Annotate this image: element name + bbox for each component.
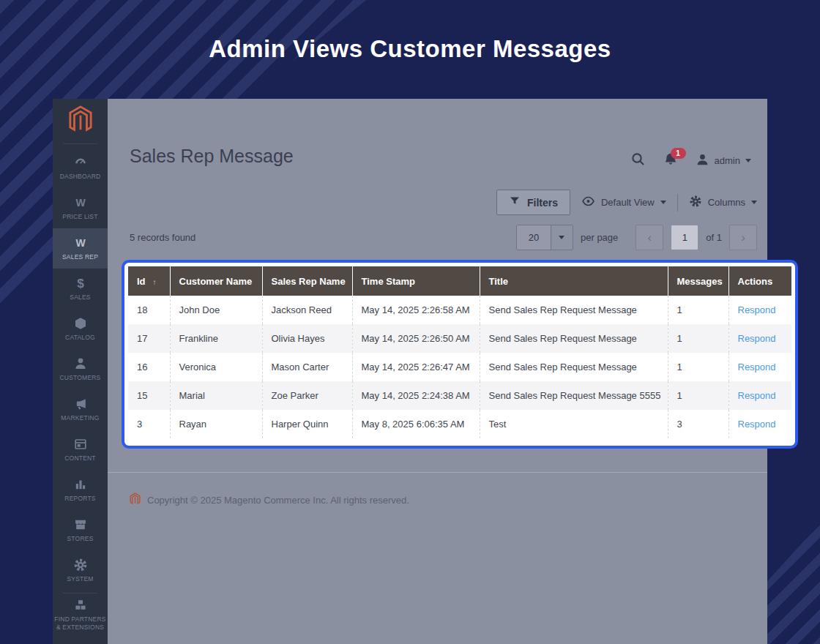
column-header-id[interactable]: Id↑	[128, 266, 170, 296]
cell-action: Respond	[728, 410, 791, 438]
notification-badge: 1	[671, 148, 686, 159]
header-actions: 1 admin	[630, 151, 751, 170]
columns-dropdown[interactable]: Columns	[689, 195, 757, 210]
user-avatar-icon	[696, 153, 709, 169]
respond-link[interactable]: Respond	[738, 390, 776, 401]
sidebar-item-dashboard[interactable]: DASHBOARD	[53, 148, 108, 188]
sidebar-item-content[interactable]: CONTENT	[53, 430, 108, 470]
sidebar-item-sales[interactable]: $ SALES	[53, 269, 108, 309]
sidebar-item-price-list[interactable]: W PRICE LIST	[53, 188, 108, 228]
chevron-down-icon	[660, 201, 666, 204]
sidebar-item-label: STORES	[67, 535, 94, 543]
column-header-messages[interactable]: Messages	[668, 266, 728, 296]
column-header-time_stamp[interactable]: Time Stamp	[352, 266, 480, 296]
respond-link[interactable]: Respond	[738, 362, 776, 372]
svg-text:$: $	[77, 277, 84, 291]
pagination: 20 per page ‹ 1 of 1 ›	[516, 225, 757, 250]
user-name: admin	[715, 155, 740, 166]
messages-table: Id↑Customer NameSales Rep NameTime Stamp…	[128, 266, 791, 438]
sales-icon: $	[73, 276, 88, 291]
search-icon[interactable]	[630, 151, 646, 170]
columns-label: Columns	[708, 197, 745, 208]
magento-footer-logo-icon	[130, 493, 141, 508]
previous-page-button[interactable]: ‹	[636, 225, 663, 250]
svg-text:W: W	[75, 237, 86, 249]
column-header-action[interactable]: Actions	[728, 266, 791, 296]
cell-sales_rep_name: Zoe Parker	[262, 381, 352, 410]
column-header-label: Id	[137, 276, 146, 287]
sidebar-item-label: SYSTEM	[67, 575, 93, 583]
filters-button[interactable]: Filters	[496, 190, 570, 215]
cell-messages: 3	[668, 410, 728, 438]
respond-link[interactable]: Respond	[738, 333, 776, 344]
page-size-value: 20	[517, 225, 551, 250]
price-list-icon: W	[73, 195, 88, 210]
page-title: Sales Rep Message	[130, 146, 294, 167]
page-size-select[interactable]: 20	[516, 225, 573, 250]
sidebar-item-system[interactable]: SYSTEM	[53, 550, 108, 591]
cell-title: Send Sales Rep Request Message 5555	[480, 381, 668, 410]
cell-title: Send Sales Rep Request Message	[480, 296, 668, 324]
cell-customer_name: Rayan	[170, 410, 262, 438]
next-page-button[interactable]: ›	[729, 225, 757, 250]
cell-title: Test	[480, 410, 668, 438]
banner-title: Admin Views Customer Messages	[0, 35, 820, 63]
admin-user-menu[interactable]: admin	[696, 153, 751, 169]
table-row: 3RayanHarper QuinnMay 8, 2025 6:06:35 AM…	[128, 410, 791, 438]
table-row: 17FranklineOlivia HayesMay 14, 2025 2:26…	[128, 324, 791, 353]
footer: Copyright © 2025 Magento Commerce Inc. A…	[130, 493, 409, 508]
filters-label: Filters	[527, 197, 558, 209]
grid-toolbar: Filters Default View Columns	[496, 190, 757, 215]
default-view-dropdown[interactable]: Default View	[581, 195, 666, 209]
current-page-input[interactable]: 1	[671, 225, 698, 250]
respond-link[interactable]: Respond	[738, 304, 776, 315]
cell-customer_name: John Doe	[170, 296, 262, 324]
cell-id: 15	[128, 381, 170, 410]
table-row: 18John DoeJackson ReedMay 14, 2025 2:26:…	[128, 296, 791, 324]
chevron-down-icon	[551, 225, 573, 250]
notifications-bell-icon[interactable]: 1	[663, 152, 678, 170]
cell-messages: 1	[668, 296, 728, 324]
column-header-title[interactable]: Title	[480, 266, 668, 296]
sidebar-item-reports[interactable]: REPORTS	[53, 470, 108, 510]
sidebar-item-label: FIND PARTNERS & EXTENSIONS	[53, 615, 108, 632]
cell-sales_rep_name: Mason Carter	[262, 353, 352, 381]
default-view-label: Default View	[601, 197, 655, 208]
sidebar-item-label: DASHBOARD	[60, 173, 101, 181]
sidebar-item-sales-rep[interactable]: W SALES REP	[53, 228, 108, 269]
svg-text:W: W	[75, 197, 86, 209]
page: Admin Views Customer Messages DASHBOARD …	[0, 0, 820, 644]
sidebar-item-label: SALES REP	[62, 253, 98, 261]
sort-ascending-icon: ↑	[153, 278, 157, 286]
reports-icon	[73, 477, 88, 492]
magento-logo-icon[interactable]	[53, 99, 108, 141]
respond-link[interactable]: Respond	[738, 419, 776, 430]
sidebar-item-marketing[interactable]: MARKETING	[53, 389, 108, 430]
column-header-customer_name[interactable]: Customer Name	[170, 266, 262, 296]
table-body: 18John DoeJackson ReedMay 14, 2025 2:26:…	[128, 296, 791, 438]
records-row: 5 records found 20 per page ‹ 1 of 1 ›	[130, 225, 757, 250]
cell-messages: 1	[668, 324, 728, 353]
cell-time_stamp: May 8, 2025 6:06:35 AM	[352, 410, 480, 438]
cell-time_stamp: May 14, 2025 2:26:58 AM	[352, 296, 480, 324]
cell-time_stamp: May 14, 2025 2:24:38 AM	[352, 381, 480, 410]
chevron-down-icon	[751, 201, 757, 204]
sidebar-item-find-partners[interactable]: FIND PARTNERS & EXTENSIONS	[53, 597, 108, 632]
sidebar-divider	[63, 593, 97, 594]
column-header-label: Customer Name	[179, 276, 253, 287]
column-header-sales_rep_name[interactable]: Sales Rep Name	[262, 266, 352, 296]
footer-divider	[108, 472, 767, 473]
cell-customer_name: Veronica	[170, 353, 262, 381]
sidebar-item-label: SALES	[70, 293, 90, 302]
per-page-label: per page	[581, 232, 618, 243]
sidebar-item-label: CATALOG	[65, 334, 95, 342]
sidebar-item-stores[interactable]: STORES	[53, 510, 108, 550]
cell-title: Send Sales Rep Request Message	[480, 324, 668, 353]
cell-id: 17	[128, 324, 170, 353]
sidebar-item-label: REPORTS	[64, 495, 95, 503]
customers-icon	[73, 356, 88, 371]
sidebar-item-customers[interactable]: CUSTOMERS	[53, 349, 108, 389]
copyright-text: Copyright © 2025 Magento Commerce Inc. A…	[147, 495, 409, 506]
sidebar-item-catalog[interactable]: CATALOG	[53, 309, 108, 349]
cell-customer_name: Marial	[170, 381, 262, 410]
